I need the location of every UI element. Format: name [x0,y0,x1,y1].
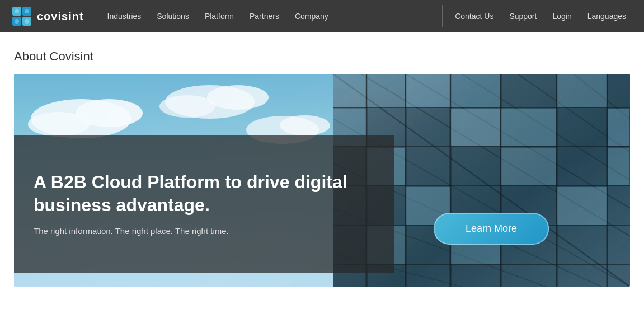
logo-icon [11,6,32,27]
svg-rect-50 [501,148,556,185]
svg-rect-47 [501,109,556,146]
nav-partners[interactable]: Partners [243,8,286,24]
nav-company[interactable]: Company [288,8,335,24]
nav-solutions[interactable]: Solutions [150,8,196,24]
hero-text-overlay: A B2B Cloud Platform to drive digital bu… [14,135,394,273]
svg-rect-53 [557,187,607,225]
main-content: About Covisint [0,32,644,287]
nav-links-left: Industries Solutions Platform Partners C… [101,8,437,24]
hero-subtitle: The right information. The right place. … [34,225,375,238]
svg-rect-41 [367,74,405,107]
svg-rect-51 [608,148,629,185]
nav-contact-us[interactable]: Contact Us [448,8,500,24]
nav-divider [442,5,443,27]
svg-point-17 [280,115,330,135]
svg-rect-43 [451,74,500,107]
svg-point-4 [15,9,19,13]
hero-banner: A B2B Cloud Platform to drive digital bu… [14,74,630,287]
nav-languages[interactable]: Languages [581,8,633,24]
nav-platform[interactable]: Platform [198,8,241,24]
svg-rect-44 [557,74,607,107]
svg-point-5 [25,9,29,13]
svg-point-12 [28,112,90,137]
nav-industries[interactable]: Industries [101,8,148,24]
nav-links-right: Contact Us Support Login Languages [448,8,633,24]
svg-point-15 [159,95,215,118]
svg-rect-40 [333,74,366,107]
nav-support[interactable]: Support [502,8,543,24]
learn-more-button[interactable]: Learn More [434,213,549,245]
svg-rect-46 [451,109,500,146]
nav-login[interactable]: Login [546,8,578,24]
svg-point-6 [15,19,19,24]
svg-rect-48 [608,109,629,146]
logo-link[interactable]: covisint [11,6,84,27]
svg-point-14 [207,85,269,110]
navbar: covisint Industries Solutions Platform P… [0,0,644,32]
logo-text: covisint [37,10,84,23]
svg-rect-42 [406,74,450,107]
svg-point-7 [25,19,29,24]
page-title: About Covisint [14,49,630,64]
hero-title: A B2B Cloud Platform to drive digital bu… [34,171,375,217]
